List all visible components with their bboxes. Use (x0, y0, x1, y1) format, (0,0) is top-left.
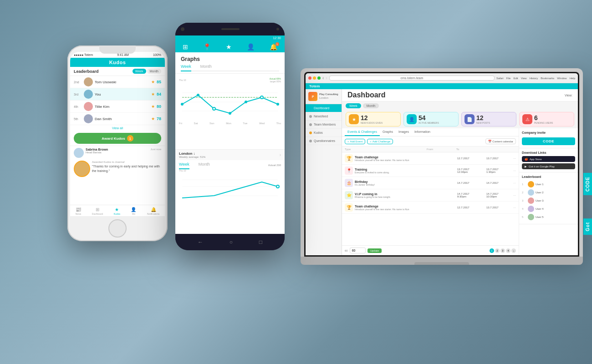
event-type-icon: 🏆 (345, 154, 353, 162)
company-info: P Play Consulting London (306, 89, 342, 104)
nav-icon-map[interactable]: ⊞ (183, 43, 188, 51)
android-device: 12:30 ⊞ 📍 ★ 👤 🔔 1 Graphs Week Month Thu … (175, 23, 285, 250)
page-next[interactable]: › (511, 248, 516, 253)
event-to-date: 13.7.20171:30pm (486, 168, 511, 173)
app-store-button[interactable]: 🍎 App Store (522, 156, 575, 162)
event-details: Training Everyone is invited to come alo… (355, 168, 455, 174)
invite-code-button[interactable]: CODE (522, 137, 575, 145)
table-row: 🏆 Team challenge Introduce yourself to t… (342, 152, 519, 165)
nav-icon-location[interactable]: 📍 (203, 43, 211, 51)
axis-label-top2: Thu 10 (179, 169, 281, 172)
safari-toolbar: ‹ › cms.totem.team Safari File Edit View… (306, 73, 578, 83)
tab-images[interactable]: Images (396, 128, 412, 136)
update-button[interactable]: Update (367, 248, 382, 253)
page-numbers: 1 2 3 4 › (490, 248, 516, 253)
avatar (84, 77, 93, 86)
sidebar-item-dashboard[interactable]: Dashboard (306, 104, 342, 112)
back-nav-icon[interactable]: ‹ (322, 76, 324, 81)
svg-point-10 (276, 103, 279, 106)
iphone-notch (99, 46, 136, 54)
posts-label: NEW POSTS (476, 121, 490, 124)
nav-dashboard[interactable]: ⊞ Dashboard (92, 207, 103, 215)
stat-members: 👤 54 ACTIVE MEMBERS (403, 112, 459, 126)
avatar (84, 114, 93, 123)
page-4[interactable]: 4 (506, 248, 510, 253)
tab-week[interactable]: Week (133, 69, 146, 74)
graph-legend: Actual 65% target 80% (270, 77, 281, 83)
kudos-stat-icon: ★ (349, 114, 359, 124)
nav-icon-person[interactable]: 👤 (247, 43, 255, 51)
nav-kudos[interactable]: ★ Kudos (114, 207, 120, 215)
sidebar-item-kudos[interactable]: Kudos (306, 129, 342, 137)
graph-area-1: Thu 10 Actual 65% target 80% (175, 74, 285, 149)
graph-tab-month[interactable]: Month (200, 64, 212, 71)
page-1[interactable]: 1 (490, 248, 494, 253)
rank-label: 5th (74, 117, 82, 121)
android-status-bar: 12:30 (175, 35, 285, 40)
list-item: 5 User 5 (522, 213, 575, 221)
line-chart-svg (179, 84, 281, 120)
event-to-date: 13.7.2017 (486, 157, 511, 160)
nav-me[interactable]: 👤 Me (131, 207, 136, 215)
leaderboard-title: Leaderboard (522, 175, 575, 178)
event-name: Birthday (355, 180, 455, 183)
event-type-icon: ⭐ (345, 191, 353, 199)
pending-stat-icon: ⚠ (522, 114, 532, 124)
code-side-tab[interactable]: CODE (583, 173, 592, 195)
google-play-button[interactable]: ▶ Got it on Google Play (522, 163, 575, 169)
company-city: London (319, 96, 338, 100)
list-item: 3 User 3 (522, 197, 575, 205)
second-graph-week-tab[interactable]: Week (179, 162, 189, 169)
home-button[interactable] (108, 219, 127, 238)
second-graph-month-tab[interactable]: Month (199, 162, 210, 168)
nav-icon-notification[interactable]: 🔔 1 (270, 43, 277, 51)
events-table: Type From To 🏆 Team cha (342, 147, 519, 245)
back-button[interactable]: ← (198, 239, 203, 245)
recents-button[interactable]: □ (259, 239, 262, 245)
week-tab[interactable]: Week (346, 103, 361, 108)
activity-quote-text: Awarded Kudos to Joanna! "Thanks for com… (92, 161, 161, 173)
tab-events-challenges[interactable]: Events & Challenges (345, 128, 380, 136)
kudos-stat-info: 12 NEW KUDOS GIVEN (361, 114, 383, 124)
graph-title: Graphs (181, 56, 279, 62)
nav-notifications[interactable]: 🔔 Notifications (147, 207, 159, 215)
tab-graphs[interactable]: Graphs (380, 128, 396, 136)
month-tab[interactable]: Month (363, 103, 379, 108)
tab-information[interactable]: Information (412, 128, 433, 136)
sidebar-item-newsfeed[interactable]: Newsfeed (306, 112, 342, 121)
minimize-button[interactable] (313, 76, 316, 80)
location-row[interactable]: London ↓ Weekly average: 51% › (175, 149, 285, 160)
rank: 2 (522, 191, 526, 194)
sidebar-item-questionnaires[interactable]: Questionnaires (306, 137, 342, 145)
forward-nav-icon[interactable]: › (326, 76, 327, 81)
pagination-input[interactable] (350, 248, 366, 253)
event-description: Introduce yourself to the new starter. H… (355, 159, 455, 162)
add-event-button[interactable]: + Add Event (345, 139, 365, 144)
add-challenge-button[interactable]: + Add Challenge (367, 139, 393, 144)
view-all-link[interactable]: View all (70, 125, 165, 131)
home-button[interactable]: ○ (230, 239, 233, 245)
android-top-bar (175, 23, 285, 35)
second-graph-tabs: Week Month (179, 162, 210, 168)
activity-user-name: Sabrina Brown (86, 148, 148, 151)
graph-tab-week[interactable]: Week (181, 64, 191, 71)
event-details: Team challenge Introduce yourself to the… (355, 205, 455, 211)
avatar (84, 102, 93, 111)
close-button[interactable] (308, 76, 311, 80)
url-bar[interactable]: cms.totem.team (329, 76, 495, 81)
nav-icon-star[interactable]: ★ (226, 43, 232, 51)
android-screen: 12:30 ⊞ 📍 ★ 👤 🔔 1 Graphs Week Month Thu … (175, 35, 285, 234)
award-kudos-button[interactable]: Award Kudos 1 (74, 133, 161, 144)
page-2[interactable]: 2 (495, 248, 500, 253)
event-description: Rhianna is going to be here tonight. (355, 196, 455, 198)
maximize-button[interactable] (317, 76, 321, 80)
content-calendar-button[interactable]: 📅 Content calendar (485, 138, 516, 144)
event-type-icon: 🎂 (345, 179, 353, 187)
page-3[interactable]: 3 (500, 248, 505, 253)
posts-stat-info: 12 NEW POSTS (476, 114, 490, 124)
table-header: Type From To (342, 147, 519, 152)
sidebar-item-team[interactable]: Team Members (306, 121, 342, 129)
got-side-tab[interactable]: Got (583, 218, 592, 235)
tab-month[interactable]: Month (147, 69, 161, 74)
nav-news[interactable]: 📰 News (76, 207, 82, 215)
